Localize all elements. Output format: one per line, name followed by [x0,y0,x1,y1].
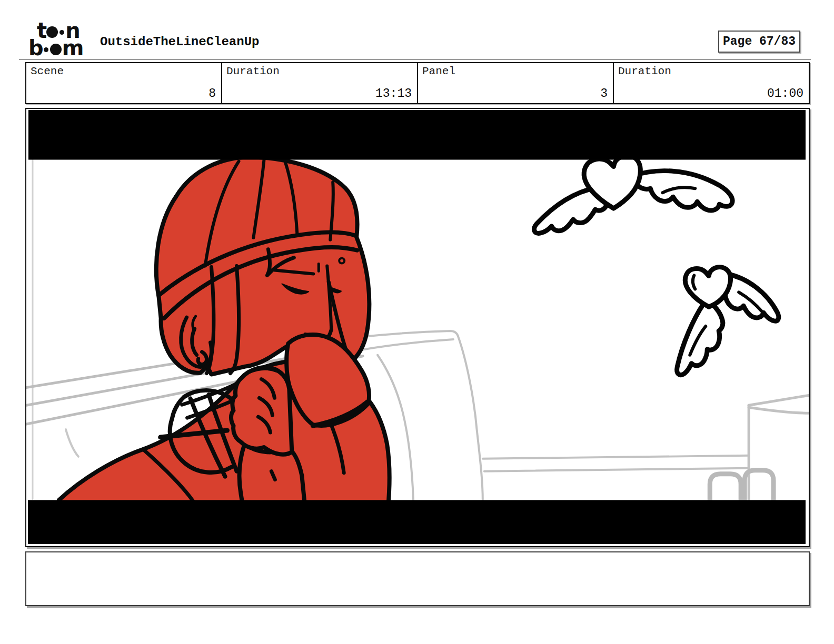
heart1-right-wing [632,171,732,210]
heart2-bottom-wing [677,303,723,375]
info-cell-value: 13:13 [375,87,412,100]
info-cell-label: Duration [226,65,280,77]
caption-box [25,551,810,606]
panel-artwork [26,109,809,546]
logo-letter: m [62,41,83,56]
logo-small-dot-icon [44,47,48,52]
letterbox-top-bar [28,110,806,160]
logo-big-dot-icon [50,44,62,55]
project-title: OutsideTheLineCleanUp [100,35,259,49]
info-cell-value: 01:00 [767,87,803,100]
logo-letter: b [28,41,43,56]
page-number-box: Page 67/83 [718,31,800,53]
header-divider [19,59,811,60]
info-cell-scene: Scene 8 [26,63,222,103]
info-cell-panel: Panel 3 [418,63,614,103]
info-bar: Scene 8 Duration 13:13 Panel 3 Duration … [25,62,810,104]
logo-big-dot-icon [46,26,58,38]
character-figure [58,157,390,507]
info-cell-label: Duration [618,65,671,77]
info-cell-label: Scene [31,65,64,77]
info-cell-value: 8 [208,87,216,100]
storyboard-page: t n b m OutsideTheLineCleanUp Page 67/83… [0,0,834,644]
info-cell-label: Panel [422,65,455,77]
winged-hearts [534,155,779,375]
info-cell-value: 3 [600,87,608,100]
storyboard-panel [25,108,810,547]
logo-row-boom: b m [28,39,97,56]
heart2 [685,267,730,307]
toonboom-logo: t n b m [28,22,97,57]
letterbox-bottom-bar [28,500,806,544]
info-cell-panel-duration: Duration 01:00 [614,63,809,103]
info-cell-scene-duration: Duration 13:13 [222,63,418,103]
logo-small-dot-icon [59,30,64,35]
